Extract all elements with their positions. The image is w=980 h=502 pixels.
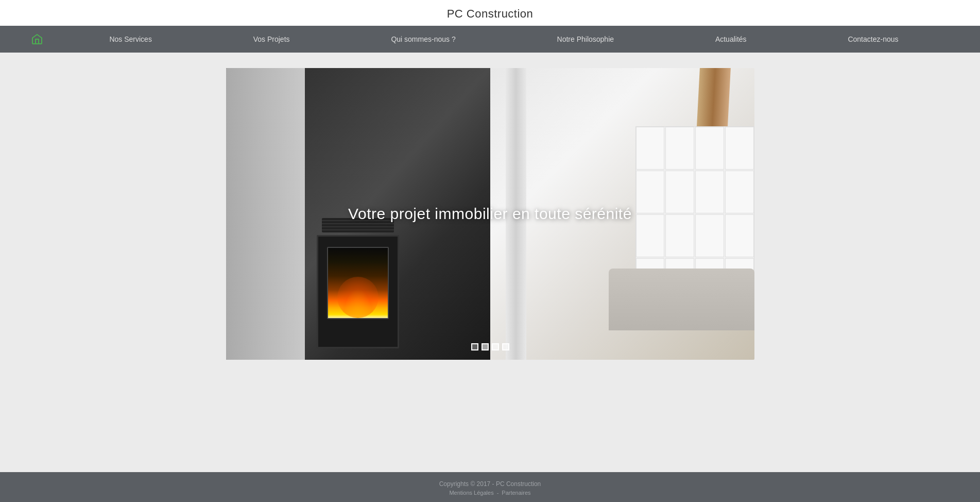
hero-left-panel [226, 68, 490, 360]
sofa [609, 269, 754, 330]
shelf-cell [695, 127, 724, 170]
slide-dot-1[interactable] [471, 343, 478, 350]
column [506, 68, 526, 360]
shelf-cell [725, 214, 754, 257]
main-content: Votre projet immobilier en toute sérénit… [0, 53, 980, 472]
hero-background [226, 68, 754, 360]
fireplace-glass [327, 247, 389, 319]
slide-dot-2[interactable] [482, 343, 489, 350]
slide-dot-4[interactable] [502, 343, 509, 350]
fire-glow [337, 277, 379, 318]
shelf-cell [725, 127, 754, 170]
footer: Copyrights © 2017 - PC Construction Ment… [0, 472, 980, 502]
slide-indicators [471, 343, 509, 350]
footer-separator: - [497, 490, 499, 496]
shelf-cell [725, 171, 754, 213]
footer-partenaires[interactable]: Partenaires [502, 490, 530, 496]
nav-qui-sommes-nous[interactable]: Qui sommes-nous ? [382, 27, 465, 52]
footer-links: Mentions Légales - Partenaires [0, 490, 980, 496]
shelf-cell [636, 127, 665, 170]
shelf-cell [695, 171, 724, 213]
site-title: PC Construction [0, 0, 980, 26]
fireplace-vent [322, 218, 394, 232]
navbar: Nos Services Vos Projets Qui sommes-nous… [0, 26, 980, 53]
nav-notre-philosophie[interactable]: Notre Philosophie [548, 27, 624, 52]
hero-slideshow: Votre projet immobilier en toute sérénit… [226, 68, 754, 360]
slide-dot-3[interactable] [492, 343, 499, 350]
home-nav-button[interactable] [31, 33, 43, 45]
hero-right-panel [490, 68, 754, 360]
home-icon [31, 33, 43, 45]
shelf-cell [665, 171, 694, 213]
shelf-cell [665, 214, 694, 257]
fireplace [312, 215, 404, 360]
shelf-cell [665, 127, 694, 170]
nav-vos-projets[interactable]: Vos Projets [244, 27, 299, 52]
nav-actualites[interactable]: Actualités [706, 27, 756, 52]
nav-nos-services[interactable]: Nos Services [100, 27, 161, 52]
shelf-cell [636, 214, 665, 257]
shelf-cell [636, 171, 665, 213]
fireplace-body [317, 235, 399, 348]
footer-mentions-legales[interactable]: Mentions Légales [449, 490, 493, 496]
nav-contactez-nous[interactable]: Contactez-nous [838, 27, 907, 52]
hero-left-wall [226, 68, 305, 360]
nav-links: Nos Services Vos Projets Qui sommes-nous… [59, 27, 949, 52]
footer-copyright: Copyrights © 2017 - PC Construction [0, 480, 980, 488]
shelf-cell [695, 214, 724, 257]
